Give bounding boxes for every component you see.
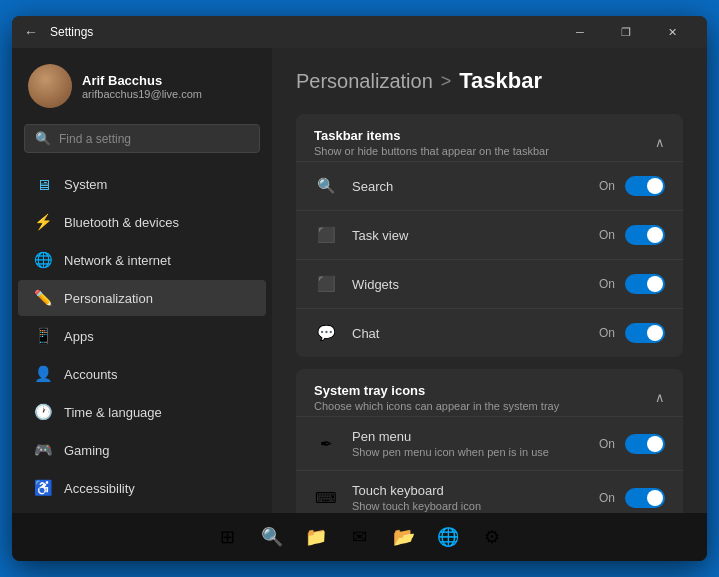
setting-right-chat: On bbox=[599, 323, 665, 343]
taskbar-icon-3[interactable]: ✉ bbox=[342, 519, 378, 555]
sidebar-label-accessibility: Accessibility bbox=[64, 481, 135, 496]
bluetooth-icon: ⚡ bbox=[34, 213, 52, 231]
sidebar-label-system: System bbox=[64, 177, 107, 192]
taskbar-icon-5[interactable]: 🌐 bbox=[430, 519, 466, 555]
toggle-widgets[interactable] bbox=[625, 274, 665, 294]
sidebar: Arif Bacchus arifbacchus19@live.com 🔍 🖥S… bbox=[12, 48, 272, 513]
sidebar-item-network[interactable]: 🌐Network & internet bbox=[18, 242, 266, 278]
gaming-icon: 🎮 bbox=[34, 441, 52, 459]
network-icon: 🌐 bbox=[34, 251, 52, 269]
section-system-tray: System tray iconsChoose which icons can … bbox=[296, 369, 683, 513]
setting-right-touch-keyboard: On bbox=[599, 488, 665, 508]
toggle-pen-menu[interactable] bbox=[625, 434, 665, 454]
setting-status-touch-keyboard: On bbox=[599, 491, 615, 505]
sidebar-item-accessibility[interactable]: ♿Accessibility bbox=[18, 470, 266, 506]
sidebar-label-time: Time & language bbox=[64, 405, 162, 420]
taskbar: ⊞🔍📁✉📂🌐⚙ bbox=[12, 513, 707, 561]
taskbar-icon-6[interactable]: ⚙ bbox=[474, 519, 510, 555]
toggle-touch-keyboard[interactable] bbox=[625, 488, 665, 508]
chevron-up-icon: ∧ bbox=[655, 390, 665, 405]
setting-label-group-touch-keyboard: Touch keyboardShow touch keyboard icon bbox=[352, 483, 599, 512]
setting-item-taskview: ⬛Task viewOn bbox=[296, 210, 683, 259]
setting-label-widgets: Widgets bbox=[352, 277, 599, 292]
sidebar-item-gaming[interactable]: 🎮Gaming bbox=[18, 432, 266, 468]
setting-right-pen-menu: On bbox=[599, 434, 665, 454]
pen-menu-icon: ✒ bbox=[314, 432, 338, 456]
sidebar-label-gaming: Gaming bbox=[64, 443, 110, 458]
titlebar: ← Settings ─ ❐ ✕ bbox=[12, 16, 707, 48]
setting-label-group-pen-menu: Pen menuShow pen menu icon when pen is i… bbox=[352, 429, 599, 458]
maximize-button[interactable]: ❐ bbox=[603, 16, 649, 48]
setting-item-touch-keyboard: ⌨Touch keyboardShow touch keyboard iconO… bbox=[296, 470, 683, 513]
sidebar-item-time[interactable]: 🕐Time & language bbox=[18, 394, 266, 430]
close-button[interactable]: ✕ bbox=[649, 16, 695, 48]
toggle-search[interactable] bbox=[625, 176, 665, 196]
setting-label-group-chat: Chat bbox=[352, 326, 599, 341]
sidebar-item-bluetooth[interactable]: ⚡Bluetooth & devices bbox=[18, 204, 266, 240]
setting-label-group-search: Search bbox=[352, 179, 599, 194]
breadcrumb-separator: > bbox=[441, 71, 452, 92]
section-title-taskbar-items: Taskbar items bbox=[314, 128, 549, 143]
touch-keyboard-icon: ⌨ bbox=[314, 486, 338, 510]
user-name: Arif Bacchus bbox=[82, 73, 202, 88]
window-title: Settings bbox=[50, 25, 549, 39]
setting-label-pen-menu: Pen menu bbox=[352, 429, 599, 444]
breadcrumb-current: Taskbar bbox=[459, 68, 542, 94]
setting-right-search: On bbox=[599, 176, 665, 196]
minimize-button[interactable]: ─ bbox=[557, 16, 603, 48]
personalization-icon: ✏️ bbox=[34, 289, 52, 307]
toggle-chat[interactable] bbox=[625, 323, 665, 343]
search-input[interactable] bbox=[59, 132, 249, 146]
widgets-icon: ⬛ bbox=[314, 272, 338, 296]
apps-icon: 📱 bbox=[34, 327, 52, 345]
section-header-system-tray[interactable]: System tray iconsChoose which icons can … bbox=[296, 369, 683, 416]
taskbar-icon-2[interactable]: 📁 bbox=[298, 519, 334, 555]
search-box[interactable]: 🔍 bbox=[24, 124, 260, 153]
section-desc-taskbar-items: Show or hide buttons that appear on the … bbox=[314, 145, 549, 157]
taskbar-icon-0[interactable]: ⊞ bbox=[210, 519, 246, 555]
section-title-group-system-tray: System tray iconsChoose which icons can … bbox=[314, 383, 559, 412]
system-icon: 🖥 bbox=[34, 175, 52, 193]
sidebar-label-personalization: Personalization bbox=[64, 291, 153, 306]
setting-label-touch-keyboard: Touch keyboard bbox=[352, 483, 599, 498]
nav-items: 🖥System⚡Bluetooth & devices🌐Network & in… bbox=[12, 161, 272, 513]
sidebar-label-network: Network & internet bbox=[64, 253, 171, 268]
taskview-icon: ⬛ bbox=[314, 223, 338, 247]
setting-right-widgets: On bbox=[599, 274, 665, 294]
window-content: Arif Bacchus arifbacchus19@live.com 🔍 🖥S… bbox=[12, 48, 707, 513]
sections-container: Taskbar itemsShow or hide buttons that a… bbox=[296, 114, 683, 513]
user-profile[interactable]: Arif Bacchus arifbacchus19@live.com bbox=[12, 48, 272, 120]
setting-status-taskview: On bbox=[599, 228, 615, 242]
breadcrumb-parent: Personalization bbox=[296, 70, 433, 93]
setting-status-chat: On bbox=[599, 326, 615, 340]
breadcrumb: Personalization > Taskbar bbox=[296, 68, 683, 94]
avatar bbox=[28, 64, 72, 108]
taskbar-icon-4[interactable]: 📂 bbox=[386, 519, 422, 555]
setting-label-group-widgets: Widgets bbox=[352, 277, 599, 292]
toggle-taskview[interactable] bbox=[625, 225, 665, 245]
setting-sublabel-pen-menu: Show pen menu icon when pen is in use bbox=[352, 446, 599, 458]
sidebar-label-apps: Apps bbox=[64, 329, 94, 344]
section-taskbar-items: Taskbar itemsShow or hide buttons that a… bbox=[296, 114, 683, 357]
setting-item-chat: 💬ChatOn bbox=[296, 308, 683, 357]
setting-right-taskview: On bbox=[599, 225, 665, 245]
setting-item-pen-menu: ✒Pen menuShow pen menu icon when pen is … bbox=[296, 416, 683, 470]
sidebar-item-system[interactable]: 🖥System bbox=[18, 166, 266, 202]
section-title-group-taskbar-items: Taskbar itemsShow or hide buttons that a… bbox=[314, 128, 549, 157]
setting-item-widgets: ⬛WidgetsOn bbox=[296, 259, 683, 308]
setting-label-search: Search bbox=[352, 179, 599, 194]
taskbar-icon-1[interactable]: 🔍 bbox=[254, 519, 290, 555]
section-desc-system-tray: Choose which icons can appear in the sys… bbox=[314, 400, 559, 412]
search-icon: 🔍 bbox=[314, 174, 338, 198]
chat-icon: 💬 bbox=[314, 321, 338, 345]
setting-label-group-taskview: Task view bbox=[352, 228, 599, 243]
setting-status-widgets: On bbox=[599, 277, 615, 291]
setting-item-search: 🔍SearchOn bbox=[296, 161, 683, 210]
user-email: arifbacchus19@live.com bbox=[82, 88, 202, 100]
section-header-taskbar-items[interactable]: Taskbar itemsShow or hide buttons that a… bbox=[296, 114, 683, 161]
back-button[interactable]: ← bbox=[24, 24, 38, 40]
main-content: Personalization > Taskbar Taskbar itemsS… bbox=[272, 48, 707, 513]
sidebar-item-apps[interactable]: 📱Apps bbox=[18, 318, 266, 354]
sidebar-item-accounts[interactable]: 👤Accounts bbox=[18, 356, 266, 392]
sidebar-item-personalization[interactable]: ✏️Personalization bbox=[18, 280, 266, 316]
